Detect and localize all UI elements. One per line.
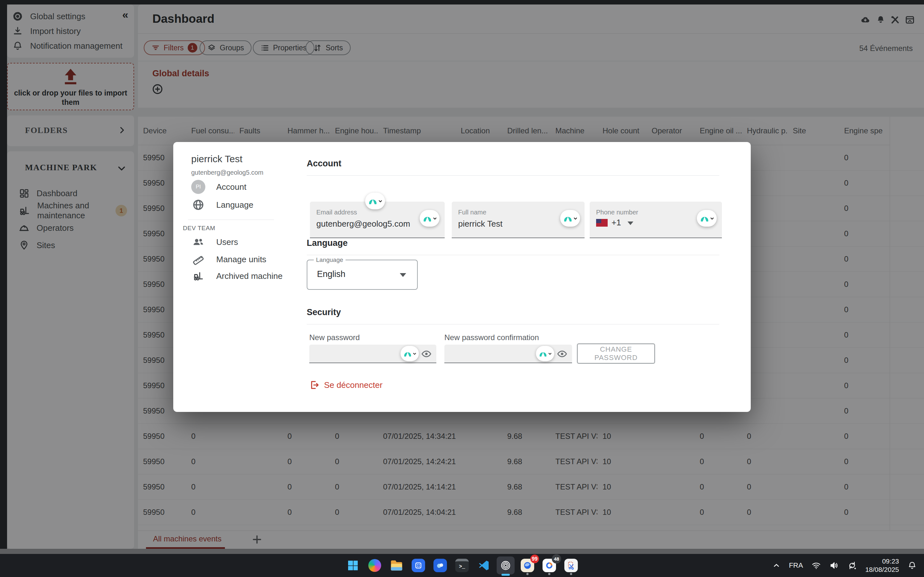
globe-icon — [191, 198, 205, 211]
taskbar-icon-widgets-app[interactable] — [409, 556, 427, 574]
running-app-indicator — [548, 573, 551, 575]
account-settings-modal: pierrick Test gutenberg@geolog5.com PI A… — [173, 142, 751, 412]
running-app-indicator — [527, 573, 529, 575]
ruler-icon — [191, 253, 205, 266]
nav-label: Archived machine — [216, 271, 283, 281]
taskbar-badge: 48 — [552, 554, 561, 564]
modal-user-name: pierrick Test — [191, 153, 242, 164]
account-section-heading: Account — [307, 159, 341, 169]
taskbar-icon-photos-app[interactable] — [431, 556, 449, 574]
active-app-indicator — [501, 574, 510, 576]
language-section-heading: Language — [307, 238, 348, 248]
chevron-down-icon — [378, 199, 383, 203]
language-select-label: Language — [314, 256, 346, 263]
nordpass-logo-icon — [403, 350, 412, 358]
logout-link[interactable]: Se déconnecter — [309, 380, 383, 390]
nordpass-logo-icon — [423, 214, 432, 222]
logout-icon — [309, 380, 320, 390]
volume-icon[interactable] — [829, 561, 839, 570]
desktop: « Global settings Import history Notific… — [0, 0, 924, 577]
modal-nav-archived-machine[interactable]: Archived machine — [191, 270, 283, 282]
forklift-icon — [191, 270, 205, 282]
chevron-down-icon — [433, 216, 437, 221]
modal-nav-manage-units[interactable]: Manage units — [191, 253, 266, 266]
nav-label: Account — [216, 182, 246, 192]
nav-label: Manage units — [216, 255, 266, 264]
taskbar-icon-vscode[interactable] — [475, 556, 493, 574]
show-confirm-password-icon[interactable] — [557, 348, 567, 359]
wifi-icon[interactable] — [811, 561, 821, 570]
divider — [307, 175, 719, 176]
modal-nav-users[interactable]: Users — [191, 235, 238, 248]
taskbar-icon-file-explorer[interactable] — [388, 556, 405, 574]
divider — [307, 255, 719, 255]
taskbar-icon-terminal[interactable]: >_ — [453, 556, 471, 574]
email-field-value: gutenberg@geolog5.com — [317, 219, 410, 229]
language-select-value: English — [317, 269, 346, 279]
tray-expand-icon[interactable] — [772, 561, 780, 570]
phone-prefix: +1 — [612, 218, 621, 227]
system-tray: FRA 09:23 18/08/2025 — [772, 554, 917, 577]
password-manager-icon[interactable] — [536, 346, 554, 361]
tray-date: 18/08/2025 — [865, 566, 899, 574]
tray-time: 09:23 — [865, 557, 899, 566]
chevron-down-icon — [548, 351, 552, 356]
email-field-label: Email address — [317, 209, 357, 216]
password-manager-icon[interactable] — [560, 210, 580, 227]
users-icon — [191, 235, 205, 248]
language-select[interactable]: Language English — [307, 259, 418, 290]
taskbar-app-icons: >_9948 — [344, 556, 580, 574]
modal-nav-account[interactable]: PI Account — [191, 180, 246, 194]
taskbar-icon-thunderbird[interactable]: 99 — [519, 556, 536, 574]
taskbar-badge: 99 — [530, 554, 539, 563]
taskbar-icon-screen-recorder[interactable] — [497, 556, 515, 574]
security-section-heading: Security — [307, 308, 341, 318]
chevron-down-icon — [573, 216, 577, 221]
password-manager-icon[interactable] — [697, 210, 717, 227]
clock[interactable]: 09:23 18/08/2025 — [865, 557, 899, 574]
fullname-field-label: Full name — [458, 209, 486, 216]
divider — [307, 324, 719, 324]
nordpass-logo-icon — [368, 197, 378, 205]
keyboard-language[interactable]: FRA — [789, 561, 803, 570]
team-section-label: DEV TEAM — [183, 225, 215, 232]
running-app-indicator — [570, 573, 572, 575]
avatar: PI — [191, 180, 205, 194]
change-password-button[interactable]: CHANGE PASSWORD — [577, 343, 655, 364]
phone-field-label: Phone number — [596, 209, 638, 216]
confirm-password-label: New password confirmation — [444, 333, 539, 342]
nordpass-logo-icon — [563, 214, 573, 222]
divider — [188, 219, 274, 220]
nav-label: Users — [216, 237, 238, 247]
energy-saver-icon[interactable] — [847, 561, 857, 570]
password-manager-icon[interactable] — [401, 346, 419, 361]
logout-label: Se déconnecter — [324, 380, 383, 390]
windows-taskbar: >_9948 FRA 09:23 18/08/2025 — [0, 554, 924, 577]
taskbar-icon-windows-start[interactable] — [344, 556, 362, 574]
modal-nav-language[interactable]: Language — [191, 198, 254, 211]
nordpass-logo-icon — [700, 214, 709, 222]
taskbar-icon-phone-link[interactable]: 48 — [540, 556, 558, 574]
password-manager-icon[interactable] — [365, 193, 385, 210]
dropdown-caret-icon[interactable] — [628, 221, 633, 225]
modal-user-email: gutenberg@geolog5.com — [191, 169, 263, 176]
chevron-down-icon — [413, 351, 417, 356]
nordpass-logo-icon — [538, 350, 548, 358]
password-manager-icon[interactable] — [420, 210, 439, 227]
chevron-down-icon — [710, 216, 714, 221]
nav-label: Language — [216, 200, 254, 210]
taskbar-icon-snipping-tool[interactable] — [562, 556, 580, 574]
new-password-label: New password — [309, 333, 360, 342]
notification-bell-icon[interactable] — [907, 561, 917, 570]
us-flag-icon — [596, 219, 607, 227]
fullname-field-value: pierrick Test — [458, 219, 502, 229]
show-password-icon[interactable] — [421, 348, 432, 359]
dropdown-caret-icon — [400, 273, 406, 277]
taskbar-icon-copilot[interactable] — [366, 556, 384, 574]
